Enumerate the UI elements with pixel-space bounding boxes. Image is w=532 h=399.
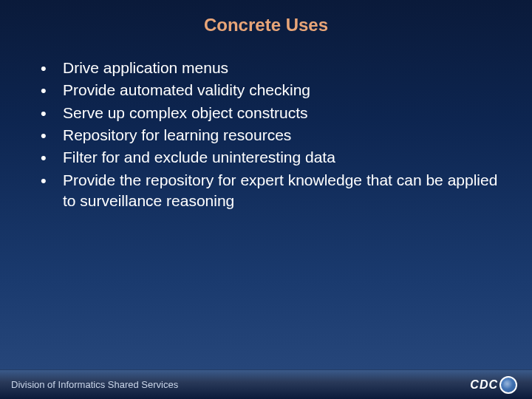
footer-logo-area: CDC (470, 376, 517, 394)
list-item: Repository for learning resources (48, 125, 502, 146)
cdc-logo-icon (499, 376, 517, 394)
cdc-logo: CDC (470, 376, 517, 394)
footer-division-text: Division of Informatics Shared Services (11, 379, 178, 390)
slide-content: Concrete Uses Drive application menus Pr… (0, 0, 532, 228)
list-item: Filter for and exclude uninteresting dat… (48, 147, 502, 168)
cdc-logo-text: CDC (470, 378, 498, 392)
list-item: Drive application menus (48, 58, 502, 78)
footer-bar: Division of Informatics Shared Services … (0, 369, 532, 399)
bullet-list: Drive application menus Provide automate… (30, 58, 502, 211)
list-item: Serve up complex object constructs (48, 103, 502, 123)
list-item: Provide automated validity checking (48, 80, 502, 100)
list-item: Provide the repository for expert knowle… (48, 170, 502, 212)
slide-title: Concrete Uses (30, 15, 502, 35)
